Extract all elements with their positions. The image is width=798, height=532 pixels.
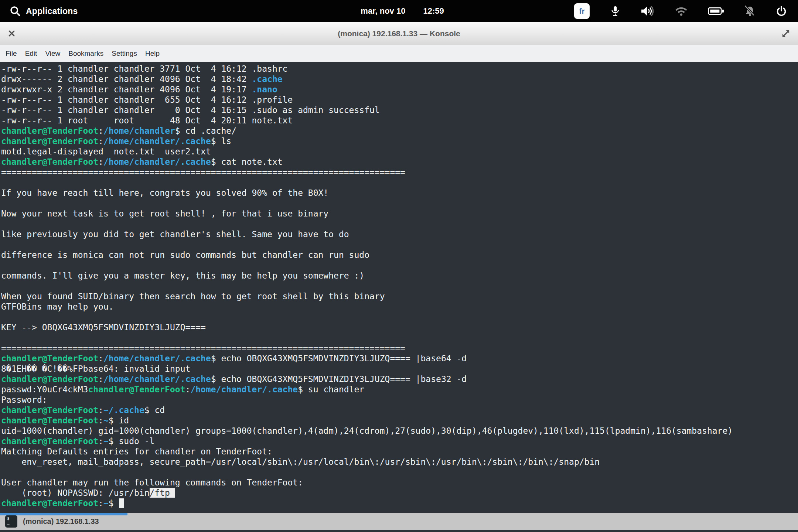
terminal-line: chandler@TenderFoot:~$ sudo -l bbox=[1, 436, 798, 446]
terminal-line: chandler@TenderFoot:~$ id bbox=[1, 415, 798, 426]
terminal-text-segment: /home/chandler/.cache bbox=[103, 157, 211, 167]
terminal-text-segment: $ su chandler bbox=[298, 385, 364, 394]
window-titlebar[interactable]: (monica) 192.168.1.33 — Konsole bbox=[0, 22, 798, 45]
terminal-line: chandler@TenderFoot:/home/chandler/.cach… bbox=[1, 136, 798, 146]
terminal-line: -rw-r--r-- 1 chandler chandler 0 Oct 4 1… bbox=[1, 105, 798, 115]
terminal-text-segment: drwxrwxr-x 2 chandler chandler 4096 Oct … bbox=[1, 85, 252, 94]
terminal-text-segment: User chandler may run the following comm… bbox=[1, 478, 303, 487]
terminal-text-segment: $ cd bbox=[144, 405, 165, 415]
menu-edit[interactable]: Edit bbox=[21, 50, 41, 58]
terminal-text-segment: $ bbox=[109, 498, 119, 508]
active-tab-indicator bbox=[0, 513, 127, 515]
terminal-text-segment: /home/chandler/.cache bbox=[103, 374, 211, 384]
terminal-text-segment: GTFOBins may help you. bbox=[1, 302, 114, 311]
terminal-text-segment: like previously you did to get chandler'… bbox=[1, 229, 349, 239]
terminal-line: chandler@TenderFoot:/home/chandler$ cd .… bbox=[1, 126, 798, 136]
terminal-text-segment: drwx------ 2 chandler chandler 4096 Oct … bbox=[1, 74, 252, 84]
terminal-line bbox=[1, 198, 798, 208]
search-icon bbox=[10, 6, 21, 17]
wifi-icon[interactable] bbox=[675, 6, 688, 16]
terminal-line: 8�1EH�� �C!��%FPbase64: invalid input bbox=[1, 364, 798, 374]
terminal-line bbox=[1, 312, 798, 322]
applications-menu[interactable]: Applications bbox=[0, 6, 78, 17]
tab-label: (monica) 192.168.1.33 bbox=[23, 517, 99, 526]
terminal-text-segment: (root) NOPASSWD: /usr/bin bbox=[1, 488, 150, 498]
microphone-icon[interactable] bbox=[610, 5, 621, 17]
terminal-text-segment: ========================================… bbox=[1, 343, 405, 353]
terminal-line: (root) NOPASSWD: /usr/bin/ftp bbox=[1, 488, 798, 498]
terminal-text-segment: chandler@TenderFoot bbox=[1, 126, 98, 136]
terminal-text-segment: : bbox=[98, 405, 103, 415]
terminal-line: ========================================… bbox=[1, 167, 798, 177]
terminal-line bbox=[1, 260, 798, 270]
close-button[interactable] bbox=[6, 28, 17, 39]
applications-label: Applications bbox=[26, 6, 78, 16]
terminal-text-segment: /home/chandler/.cache bbox=[103, 354, 211, 363]
terminal-text-segment: commands. I'll give you a master key, th… bbox=[1, 271, 364, 280]
menu-settings[interactable]: Settings bbox=[108, 50, 141, 58]
terminal-text-segment: $ id bbox=[109, 416, 129, 425]
terminal-text-segment: motd.legal-displayed note.txt user2.txt bbox=[1, 147, 211, 156]
terminal-text-segment: chandler@TenderFoot bbox=[1, 405, 98, 415]
terminal-line: env_reset, mail_badpass, secure_path=/us… bbox=[1, 457, 798, 467]
terminal-line: like previously you did to get chandler'… bbox=[1, 229, 798, 239]
volume-icon[interactable] bbox=[641, 5, 655, 17]
tab-monica[interactable]: $_ (monica) 192.168.1.33 bbox=[0, 515, 99, 528]
terminal-text-segment: /home/chandler/.cache bbox=[190, 385, 298, 394]
top-panel: Applications mar, nov 10 12:59 fr bbox=[0, 0, 798, 22]
notifications-muted-icon[interactable] bbox=[744, 5, 756, 17]
clock[interactable]: mar, nov 10 12:59 bbox=[361, 0, 444, 22]
terminal-line: -rw-r--r-- 1 chandler chandler 655 Oct 4… bbox=[1, 95, 798, 105]
terminal-text-segment: .cache bbox=[252, 74, 283, 84]
terminal-text-segment: ~ bbox=[103, 498, 109, 508]
terminal-text-segment: $ echo OBQXG43XMQ5FSMDVINZDIY3LJUZQ==== … bbox=[211, 354, 467, 363]
terminal-line: chandler@TenderFoot:/home/chandler/.cach… bbox=[1, 374, 798, 384]
terminal-output[interactable]: -rw-r--r-- 1 chandler chandler 3771 Oct … bbox=[0, 62, 798, 513]
terminal-text-segment: $ echo OBQXG43XMQ5FSMDVINZDIY3LJUZQ==== … bbox=[211, 374, 467, 384]
terminal-line: difference is monica can not run sudo co… bbox=[1, 250, 798, 260]
terminal-line: chandler@TenderFoot:~/.cache$ cd bbox=[1, 405, 798, 415]
terminal-cursor bbox=[119, 498, 124, 508]
terminal-text-segment: uid=1000(chandler) gid=1000(chandler) gr… bbox=[1, 426, 733, 436]
terminal-line: Matching Defaults entries for chandler o… bbox=[1, 446, 798, 457]
terminal-text-segment: /ftp bbox=[150, 488, 175, 498]
terminal-line: User chandler may run the following comm… bbox=[1, 477, 798, 488]
terminal-line: GTFOBins may help you. bbox=[1, 301, 798, 312]
terminal-text-segment: chandler@TenderFoot bbox=[1, 157, 98, 167]
terminal-line bbox=[1, 467, 798, 477]
terminal-text-segment: .nano bbox=[252, 85, 277, 94]
terminal-line: chandler@TenderFoot:/home/chandler/.cach… bbox=[1, 353, 798, 364]
terminal-line: motd.legal-displayed note.txt user2.txt bbox=[1, 146, 798, 157]
terminal-text-segment: chandler@TenderFoot bbox=[1, 354, 98, 363]
terminal-line: -rw-r--r-- 1 chandler chandler 3771 Oct … bbox=[1, 64, 798, 74]
clock-date: mar, nov 10 bbox=[361, 6, 405, 16]
maximize-button[interactable] bbox=[780, 27, 792, 40]
keyboard-layout-label: fr bbox=[579, 7, 584, 16]
terminal-text-segment: If you have reach till here, congrats yo… bbox=[1, 188, 328, 198]
menu-bookmarks[interactable]: Bookmarks bbox=[64, 50, 108, 58]
keyboard-layout-indicator[interactable]: fr bbox=[574, 3, 590, 19]
terminal-line bbox=[1, 332, 798, 343]
terminal-text-segment: $ cat note.txt bbox=[211, 157, 283, 167]
terminal-text-segment: $ ls bbox=[211, 136, 231, 146]
menu-view[interactable]: View bbox=[41, 50, 64, 58]
battery-icon[interactable] bbox=[708, 6, 724, 16]
menu-help[interactable]: Help bbox=[141, 50, 164, 58]
terminal-tab-icon: $_ bbox=[5, 515, 17, 528]
terminal-text-segment: : bbox=[98, 354, 103, 363]
terminal-text-segment: Password: bbox=[1, 395, 47, 405]
terminal-text-segment: difference is monica can not run sudo co… bbox=[1, 250, 369, 260]
terminal-line: When you found SUID/binary then search h… bbox=[1, 291, 798, 301]
terminal-line: Now your next task is to get root shell!… bbox=[1, 208, 798, 219]
terminal-line: If you have reach till here, congrats yo… bbox=[1, 188, 798, 198]
tab-bar: $_ (monica) 192.168.1.33 bbox=[0, 513, 798, 532]
menu-file[interactable]: File bbox=[1, 50, 21, 58]
terminal-line: drwx------ 2 chandler chandler 4096 Oct … bbox=[1, 74, 798, 84]
power-icon[interactable] bbox=[776, 6, 787, 17]
terminal-text-segment: -rw-r--r-- 1 chandler chandler 3771 Oct … bbox=[1, 64, 287, 74]
terminal-text-segment: : bbox=[98, 498, 103, 508]
terminal-text-segment: $ cd .cache/ bbox=[175, 126, 236, 136]
terminal-line: -rw-r--r-- 1 root root 48 Oct 4 20:11 no… bbox=[1, 115, 798, 126]
terminal-text-segment: : bbox=[98, 136, 103, 146]
terminal-text-segment: : bbox=[185, 385, 191, 394]
